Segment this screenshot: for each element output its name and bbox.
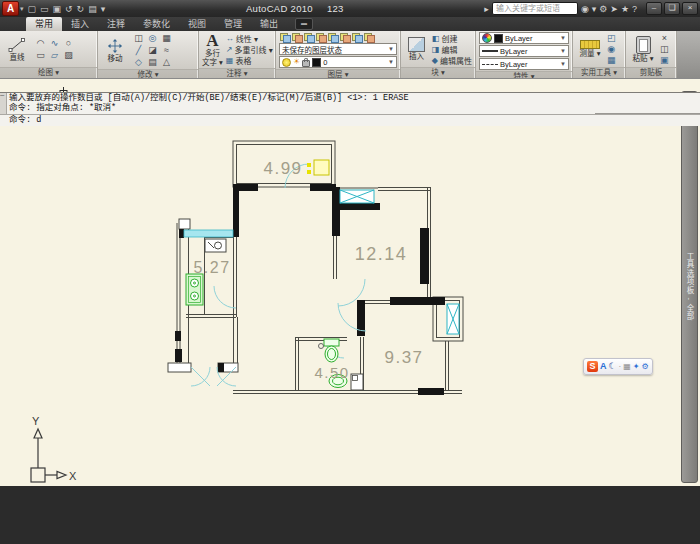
communication-icon[interactable]: ➤	[610, 4, 618, 14]
edit-attributes-button[interactable]: ◆ 编辑属性	[432, 55, 472, 65]
undo-icon[interactable]: ↺	[65, 3, 73, 15]
fillet-icon[interactable]: ◪	[146, 44, 159, 56]
room-label: 12.14	[355, 244, 408, 264]
layer-tool-icon[interactable]	[303, 32, 314, 42]
ribbon-tab-insert[interactable]: 插入	[62, 17, 98, 31]
command-window[interactable]: 输入要放弃的操作数目或 [自动(A)/控制(C)/开始(BE)/结束(E)/标记…	[0, 92, 700, 126]
move-button[interactable]: 移动	[101, 38, 129, 63]
id-point-icon[interactable]: ▦	[607, 55, 616, 65]
open-icon[interactable]: ▭	[40, 3, 49, 15]
ime-mode-icon[interactable]: A	[600, 360, 607, 373]
room-label: 4.50	[314, 364, 349, 381]
command-input-line[interactable]: 命令: d	[0, 114, 700, 126]
erase-icon[interactable]: ◇	[132, 56, 145, 68]
moon-icon[interactable]: ☾	[609, 360, 617, 373]
window-title: AutoCAD 2010123	[105, 3, 484, 14]
ribbon-tab-output[interactable]: 输出	[251, 17, 287, 31]
measure-button[interactable]: 测量 ▾	[576, 40, 604, 58]
ribbon-tab-home[interactable]: 常用	[26, 17, 62, 31]
multileader-button[interactable]: ↗ 多重引线 ▾	[226, 45, 273, 55]
layer-on-icon[interactable]	[282, 58, 291, 67]
layer-dropdown[interactable]: ☀ 0 ▼	[279, 56, 397, 68]
search-caret-icon[interactable]: ▾	[592, 4, 597, 14]
layer-tool-icon[interactable]	[363, 32, 374, 42]
layer-tool-icon[interactable]	[351, 32, 362, 42]
ribbon-tab-parametric[interactable]: 参数化	[134, 17, 179, 31]
layer-freeze-icon[interactable]: ☀	[293, 58, 300, 66]
arc-icon[interactable]: ◠	[34, 37, 47, 49]
ribbon-tab-annotate[interactable]: 注释	[98, 17, 134, 31]
offset-icon[interactable]: ≈	[160, 44, 173, 56]
drawing-area[interactable]: 4.99 12.14 5.27 4.50 9.37 Y X	[0, 78, 700, 486]
app-menu-caret-icon[interactable]: ▾	[20, 5, 24, 13]
trim-icon[interactable]: ╱	[132, 44, 145, 56]
restore-button[interactable]: ❏	[664, 2, 680, 15]
array-icon[interactable]: ▦	[160, 32, 173, 44]
layer-tool-icon[interactable]	[327, 32, 338, 42]
qnew-icon[interactable]: ▢	[28, 3, 37, 15]
layer-state-dropdown[interactable]: 未保存的图层状态▼	[279, 43, 397, 55]
ellipse-icon[interactable]: ▱	[48, 49, 61, 61]
edit-block-button[interactable]: ◨ 编辑	[432, 44, 472, 54]
quick-calc-icon[interactable]: ◉	[607, 44, 615, 54]
infocenter-arrow-icon[interactable]: ▸	[484, 4, 489, 14]
cut-icon[interactable]: ×	[662, 33, 667, 43]
insert-block-icon	[408, 37, 425, 52]
layer-tool-icon[interactable]	[315, 32, 326, 42]
mirror-icon[interactable]: ◫	[132, 32, 145, 44]
search-exchange-icon[interactable]: ◉	[581, 4, 589, 14]
window-controls: – ❏ ×	[646, 2, 698, 15]
lineweight-dropdown[interactable]: ByLayer▼	[479, 45, 569, 57]
rectangle-icon[interactable]: ▭	[34, 49, 47, 61]
ribbon-tab-manage[interactable]: 管理	[215, 17, 251, 31]
help-icon[interactable]: ?	[632, 4, 637, 14]
ribbon-tab-bar: 常用 插入 注释 参数化 视图 管理 输出 ▬	[0, 17, 700, 31]
minimize-button[interactable]: –	[646, 2, 662, 15]
favorites-icon[interactable]: ★	[621, 4, 629, 14]
create-block-icon: ◧	[432, 34, 440, 43]
explode-icon[interactable]: ▤	[146, 56, 159, 68]
plot-icon[interactable]: ▤	[88, 3, 97, 15]
keyboard-icon[interactable]: ▦	[623, 360, 631, 373]
scale-icon[interactable]: △	[160, 56, 173, 68]
layer-tool-icon[interactable]	[279, 32, 290, 42]
insert-block-button[interactable]: 插入	[404, 37, 429, 61]
multileader-icon: ↗	[226, 45, 233, 54]
tool-palettes-bar[interactable]: 工具选项板 - 全部	[681, 91, 698, 483]
copy-icon[interactable]: ◫	[660, 44, 669, 54]
ime-settings-icon[interactable]: ⚙	[642, 360, 649, 373]
object-color-dropdown[interactable]: ByLayer▼	[479, 32, 569, 44]
panel-label-draw[interactable]: 绘图 ▾	[0, 67, 97, 78]
layer-tool-icon[interactable]	[339, 32, 350, 42]
hatch-icon[interactable]: ▨	[62, 49, 75, 61]
paste-button[interactable]: 粘贴 ▾	[629, 36, 657, 63]
polyline-icon[interactable]: ∿	[48, 37, 61, 49]
ribbon-minimize-button[interactable]: ▬	[295, 18, 313, 30]
table-button[interactable]: ▦ 表格	[226, 56, 273, 66]
layer-lock-icon[interactable]	[302, 60, 310, 67]
rotate-icon[interactable]: ◎	[146, 32, 159, 44]
circle-icon[interactable]: ○	[62, 37, 75, 49]
skin-icon[interactable]: ✦	[633, 360, 640, 373]
app-logo-icon[interactable]: A	[2, 1, 19, 16]
mtext-button[interactable]: A 多行 文字 ▾	[202, 32, 223, 67]
ribbon-tab-view[interactable]: 视图	[179, 17, 215, 31]
infocenter-search-input[interactable]	[492, 2, 578, 15]
dot-icon[interactable]: ·	[619, 360, 622, 373]
create-block-button[interactable]: ◧ 创建	[432, 33, 472, 43]
ac-vent-mark	[307, 170, 311, 174]
quick-select-icon[interactable]: ◰	[607, 33, 616, 43]
linear-dimension-button[interactable]: ↔ 线性 ▾	[226, 34, 273, 44]
subscription-icon[interactable]: ⚙	[599, 4, 607, 14]
close-button[interactable]: ×	[682, 2, 698, 15]
layer-tool-icon[interactable]	[291, 32, 302, 42]
sogou-logo-icon[interactable]: S	[587, 361, 598, 372]
line-button[interactable]: 直线	[3, 37, 31, 62]
panel-label-clipboard[interactable]: 剪贴板	[626, 67, 676, 78]
panel-label-utilities[interactable]: 实用工具 ▾	[573, 67, 625, 78]
redo-icon[interactable]: ↻	[77, 3, 85, 15]
save-icon[interactable]: ▣	[53, 3, 62, 15]
copy-with-basepoint-icon[interactable]: ▣	[660, 55, 669, 65]
panel-label-block[interactable]: 块 ▾	[401, 67, 475, 78]
linetype-dropdown[interactable]: ByLayer▼	[479, 58, 569, 70]
